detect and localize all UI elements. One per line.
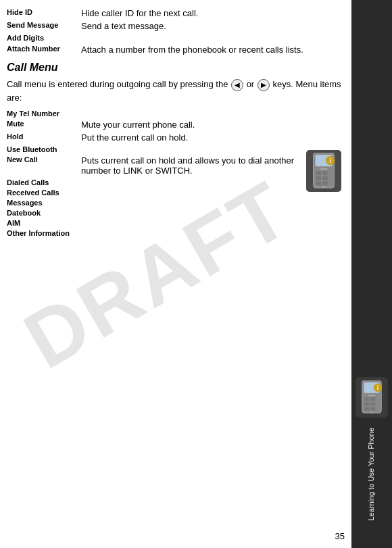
svg-rect-17 [316,176,321,180]
svg-rect-5 [364,403,369,406]
page-number: 35 [335,531,345,541]
entry-hide-id: Hide ID Hide caller ID for the next call… [7,8,341,18]
button-right-circle: ▶ [258,79,270,91]
svg-rect-3 [364,397,369,401]
entry-attach-number: Attach Number Attach a number from the p… [7,45,341,55]
menu-item-other-information: Other Information [7,229,341,237]
svg-text:i: i [377,385,378,392]
menu-item-use-bluetooth: Use Bluetooth [7,145,341,153]
svg-rect-19 [316,181,321,185]
call-menu-heading: Call Menu [7,61,341,74]
svg-rect-2 [368,395,376,397]
send-message-label: Send Message [7,21,81,29]
hold-desc: Put the current call on hold. [81,132,341,143]
menu-item-hold: Hold Put the current call on hold. [7,132,341,143]
svg-rect-8 [370,407,375,411]
hide-id-desc: Hide caller ID for the next call. [81,8,341,18]
page-container: DRAFT i Learning to Use Your Phone [0,0,392,548]
menu-item-mute: Mute Mute your current phone call. [7,120,341,130]
call-menu-intro: Call menu is entered during outgoing cal… [7,78,341,104]
intro-or: or [247,79,255,89]
menu-items-list: My Tel Number Mute Mute your current pho… [7,109,341,237]
svg-text:i: i [329,157,331,164]
main-content: Hide ID Hide caller ID for the next call… [7,7,341,237]
menu-item-dialed-calls: Dialed Calls [7,178,341,186]
send-message-desc: Send a text message. [81,21,341,31]
svg-point-9 [371,411,373,413]
svg-rect-18 [322,176,328,180]
right-sidebar: i Learning to Use Your Phone [351,0,392,548]
hold-label: Hold [7,132,81,141]
new-call-phone-icon-box: i [306,150,341,192]
mute-desc: Mute your current phone call. [81,120,341,130]
svg-rect-15 [316,171,321,175]
add-digits-label: Add Digits [7,34,81,42]
menu-item-received-calls: Received Calls [7,189,341,197]
menu-item-messages: Messages [7,199,341,207]
phone-icon: i [360,380,384,414]
sidebar-label: Learning to Use Your Phone [366,428,376,521]
svg-rect-4 [370,397,375,401]
menu-item-my-tel-number: My Tel Number [7,109,341,118]
menu-item-aim: AIM [7,219,341,227]
attach-number-desc: Attach a number from the phonebook or re… [81,45,341,55]
svg-rect-16 [322,171,328,175]
intro-part1: Call menu is entered during outgoing cal… [7,79,228,89]
entry-send-message: Send Message Send a text message. [7,21,341,31]
new-call-desc: Puts current call on hold and allows you… [81,155,341,176]
new-call-phone-svg: i [311,153,337,189]
new-call-label: New Call [7,155,81,164]
phone-icon-box: i [356,377,388,418]
svg-point-21 [323,186,325,188]
hide-id-label: Hide ID [7,8,81,16]
mute-label: Mute [7,120,81,128]
svg-rect-7 [364,407,369,411]
svg-rect-14 [320,168,328,170]
svg-rect-6 [370,403,375,406]
menu-item-datebook: Datebook [7,209,341,217]
svg-rect-20 [322,181,328,185]
attach-number-label: Attach Number [7,45,81,53]
button-left-circle: ◀ [231,79,243,91]
entry-add-digits: Add Digits [7,34,341,42]
menu-item-new-call: New Call Puts current call on hold and a… [7,155,341,176]
